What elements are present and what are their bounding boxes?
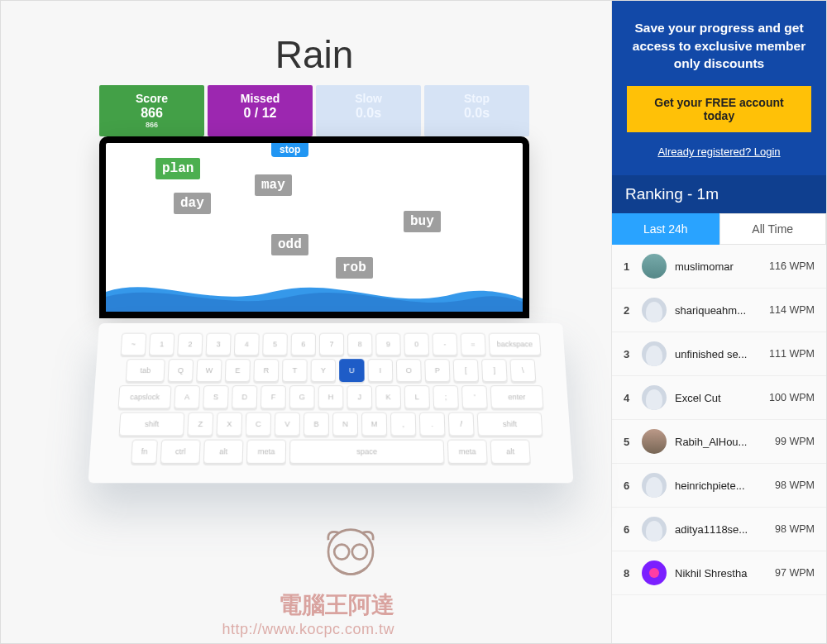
- key-t[interactable]: T: [282, 359, 308, 382]
- key-q[interactable]: Q: [168, 359, 194, 382]
- rank-username: shariqueahm...: [675, 304, 761, 317]
- key-3[interactable]: 3: [206, 333, 232, 356]
- key-i[interactable]: I: [367, 359, 393, 382]
- key-2[interactable]: 2: [177, 333, 203, 356]
- rank-position: 2: [624, 304, 633, 317]
- key-y[interactable]: Y: [311, 359, 337, 382]
- avatar: [642, 517, 667, 541]
- rank-username: Excel Cut: [675, 392, 761, 404]
- ranking-row[interactable]: 6aditya1118se...98 WPM: [612, 508, 826, 551]
- key-f[interactable]: F: [261, 385, 286, 408]
- key-w[interactable]: W: [196, 359, 222, 382]
- key-u[interactable]: U: [339, 359, 365, 382]
- key-;[interactable]: ;: [433, 385, 459, 408]
- stat-stop: Stop 0.0s: [424, 85, 529, 136]
- key-p[interactable]: P: [424, 359, 450, 382]
- key-lshift[interactable]: shift: [119, 412, 185, 436]
- key-o[interactable]: O: [396, 359, 422, 382]
- key-d[interactable]: D: [232, 385, 257, 408]
- key-x[interactable]: X: [216, 412, 242, 436]
- rank-wpm: 98 WPM: [775, 523, 815, 535]
- key-b[interactable]: B: [304, 412, 329, 436]
- key-backspace[interactable]: backspace: [489, 333, 542, 356]
- key-rmeta[interactable]: meta: [447, 439, 488, 463]
- key-lmeta[interactable]: meta: [246, 439, 286, 463]
- rank-username: unfinished se...: [675, 348, 761, 360]
- key-j[interactable]: J: [347, 385, 372, 408]
- key-7[interactable]: 7: [319, 333, 344, 356]
- key-capslock[interactable]: capslock: [118, 385, 172, 408]
- svg-point-1: [334, 545, 349, 560]
- ranking-row[interactable]: 5Rabih_AlHou...99 WPM: [612, 420, 826, 464]
- key-'[interactable]: ': [461, 385, 488, 408]
- key-a[interactable]: A: [174, 385, 200, 408]
- key-.[interactable]: .: [419, 412, 446, 436]
- avatar: [642, 385, 667, 410]
- key-space[interactable]: space: [289, 439, 445, 463]
- rank-position: 1: [624, 260, 633, 273]
- rank-wpm: 111 WPM: [769, 348, 815, 360]
- tab-all-time[interactable]: All Time: [719, 213, 827, 245]
- key-4[interactable]: 4: [234, 333, 260, 356]
- ranking-list[interactable]: 1muslimomar116 WPM2shariqueahm...114 WPM…: [612, 245, 826, 643]
- rank-position: 3: [624, 348, 633, 360]
- key-1[interactable]: 1: [149, 333, 175, 356]
- key-~[interactable]: ~: [121, 333, 147, 356]
- key-0[interactable]: 0: [404, 333, 429, 356]
- key-8[interactable]: 8: [347, 333, 372, 356]
- avatar: [642, 473, 667, 498]
- stat-score-value: 866: [103, 106, 201, 121]
- key-\[interactable]: \: [509, 359, 536, 382]
- key-,[interactable]: ,: [390, 412, 417, 436]
- ranking-row[interactable]: 4Excel Cut100 WPM: [612, 376, 826, 420]
- key-9[interactable]: 9: [375, 333, 401, 356]
- avatar: [642, 298, 667, 322]
- key-rshift[interactable]: shift: [477, 412, 543, 436]
- key-z[interactable]: Z: [187, 412, 213, 436]
- tab-last-24h[interactable]: Last 24h: [612, 213, 719, 245]
- key-e[interactable]: E: [225, 359, 251, 382]
- stat-slow-label: Slow: [319, 92, 418, 105]
- key-h[interactable]: H: [318, 385, 344, 408]
- rank-position: 8: [624, 567, 633, 580]
- game-laptop: stop plandaymayoddrobbuy ~1234567890-=ba…: [99, 136, 529, 480]
- key--[interactable]: -: [432, 333, 457, 356]
- key-s[interactable]: S: [203, 385, 229, 408]
- key-k[interactable]: K: [375, 385, 401, 408]
- key-enter[interactable]: enter: [490, 385, 544, 408]
- ranking-row[interactable]: 8Nikhil Shrestha97 WPM: [612, 551, 826, 595]
- key-m[interactable]: M: [361, 412, 387, 436]
- rank-username: muslimomar: [675, 260, 761, 273]
- key-g[interactable]: G: [289, 385, 315, 408]
- ranking-row[interactable]: 3unfinished se...111 WPM: [612, 332, 826, 376]
- key-][interactable]: ]: [481, 359, 508, 382]
- stat-stop-value: 0.0s: [428, 106, 526, 121]
- key-6[interactable]: 6: [291, 333, 316, 356]
- rank-wpm: 97 WPM: [775, 567, 815, 579]
- game-screen: stop plandaymayoddrobbuy: [99, 136, 529, 318]
- key-ralt[interactable]: alt: [490, 439, 531, 463]
- key-/[interactable]: /: [448, 412, 475, 436]
- key-c[interactable]: C: [246, 412, 272, 436]
- key-fn[interactable]: fn: [131, 439, 158, 463]
- avatar: [642, 341, 667, 366]
- key-r[interactable]: R: [253, 359, 279, 382]
- key-ctrl[interactable]: ctrl: [160, 439, 201, 463]
- ranking-row[interactable]: 2shariqueahm...114 WPM: [612, 289, 826, 332]
- key-5[interactable]: 5: [262, 333, 288, 356]
- ranking-row[interactable]: 1muslimomar116 WPM: [612, 245, 826, 289]
- login-link[interactable]: Already registered? Login: [657, 145, 780, 158]
- ranking-row[interactable]: 6heinrichpiete...98 WPM: [612, 464, 826, 508]
- key-tab[interactable]: tab: [126, 359, 165, 382]
- key-lalt[interactable]: alt: [203, 439, 244, 463]
- rank-position: 4: [624, 392, 633, 404]
- stop-button[interactable]: stop: [271, 142, 308, 157]
- promo-message: Save your progress and get access to exc…: [627, 19, 811, 73]
- get-account-button[interactable]: Get your FREE account today: [627, 86, 811, 132]
- key-n[interactable]: N: [332, 412, 358, 436]
- avatar: [642, 561, 667, 585]
- key-=[interactable]: =: [460, 333, 485, 356]
- key-l[interactable]: L: [404, 385, 430, 408]
- key-[[interactable]: [: [453, 359, 480, 382]
- key-v[interactable]: V: [275, 412, 300, 436]
